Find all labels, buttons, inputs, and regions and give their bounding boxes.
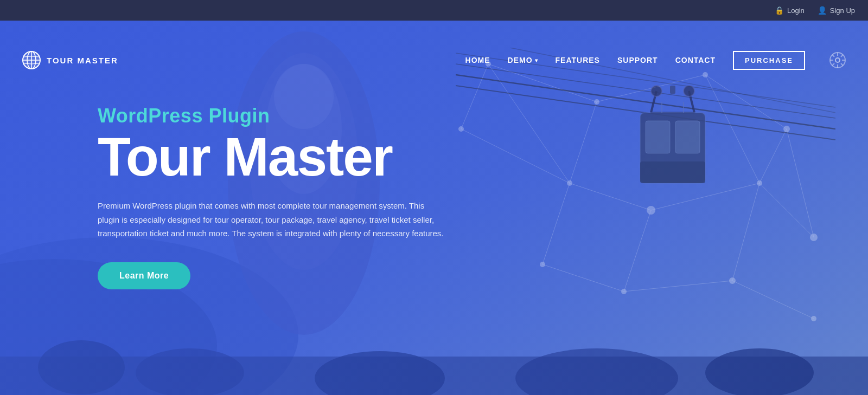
hero-description: Premium WordPress plugin that comes with… (98, 199, 445, 241)
globe-icon (22, 50, 41, 70)
lock-icon: 🔒 (775, 6, 784, 15)
svg-line-75 (841, 55, 843, 57)
nav-links: HOME DEMO ▾ FEATURES SUPPORT CONTACT PUR… (465, 51, 846, 70)
hero-content: WordPress Plugin Tour Master Premium Wor… (98, 105, 445, 289)
hero-title: Tour Master (98, 129, 445, 184)
svg-point-68 (835, 58, 840, 62)
hero-section: TOUR MASTER HOME DEMO ▾ FEATURES SUPPORT… (0, 21, 868, 395)
nav-contact[interactable]: CONTACT (675, 56, 716, 64)
signup-link[interactable]: 👤 Sign Up (818, 6, 855, 15)
brand-logo[interactable]: TOUR MASTER (22, 50, 118, 70)
user-icon: 👤 (818, 6, 827, 15)
purchase-button[interactable]: PURCHASE (733, 51, 805, 70)
hero-subtitle: WordPress Plugin (98, 105, 445, 127)
signup-label: Sign Up (830, 7, 855, 15)
nav-home[interactable]: HOME (465, 56, 490, 64)
svg-line-76 (832, 63, 834, 66)
learn-more-button[interactable]: Learn More (98, 262, 190, 289)
nav-demo[interactable]: DEMO ▾ (508, 56, 538, 64)
navigation: TOUR MASTER HOME DEMO ▾ FEATURES SUPPORT… (0, 41, 868, 79)
chevron-down-icon: ▾ (535, 57, 538, 63)
brand-name: TOUR MASTER (47, 56, 118, 65)
login-link[interactable]: 🔒 Login (775, 6, 805, 15)
login-label: Login (787, 7, 805, 15)
svg-line-73 (832, 55, 834, 57)
settings-icon[interactable] (829, 51, 846, 69)
nav-support[interactable]: SUPPORT (617, 56, 658, 64)
nav-features[interactable]: FEATURES (556, 56, 600, 64)
svg-line-74 (841, 63, 843, 66)
top-bar: 🔒 Login 👤 Sign Up (0, 0, 868, 21)
